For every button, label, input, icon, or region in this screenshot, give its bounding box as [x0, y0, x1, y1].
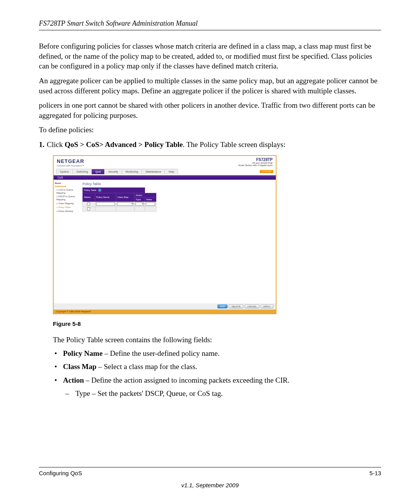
table-titlebar: Policy Table?: [83, 187, 145, 193]
col-type: Type: [135, 197, 145, 201]
sidebar-item-dscp[interactable]: » DSCP to Queue Mapping: [55, 195, 79, 202]
table-row: [83, 206, 156, 211]
table-row: [83, 201, 156, 206]
logout-button[interactable]: LOGOUT: [260, 170, 273, 173]
bullet-action: Action – Define the action assigned to i…: [53, 375, 381, 399]
fields-intro: The Policy Table screen contains the fol…: [53, 336, 381, 344]
value-input[interactable]: [146, 202, 155, 206]
col-classmap: Class Map: [116, 193, 134, 201]
footer-section: Configuring QoS: [39, 470, 82, 476]
tab-help[interactable]: Help: [164, 169, 178, 174]
step-1: 1.Click QoS > CoS> Advanced > Policy Tab…: [39, 140, 381, 150]
sidebar-item-policytable[interactable]: » Policy Table: [55, 206, 79, 210]
logo: NETGEAR: [57, 158, 84, 164]
row-checkbox[interactable]: [87, 207, 90, 210]
step-suffix: . The Policy Table screen displays:: [183, 140, 285, 149]
page-header: FS728TP Smart Switch Software Administra…: [39, 19, 381, 28]
tab-switching[interactable]: Switching: [72, 169, 92, 174]
footer-pagenum: 5-13: [369, 470, 381, 476]
page-footer: Configuring QoS 5-13 v1.1, September 200…: [39, 467, 381, 488]
add-button[interactable]: ADD: [217, 304, 228, 308]
classmap-select[interactable]: [117, 202, 133, 206]
cancel-button[interactable]: CANCEL: [245, 304, 259, 308]
paragraph-2: An aggregate policer can be applied to m…: [39, 76, 381, 96]
col-select: Select: [83, 193, 95, 201]
figure-caption: Figure 5-8: [53, 320, 381, 327]
col-action: Action: [135, 193, 156, 197]
paragraph-1: Before configuring policies for classes …: [39, 41, 381, 71]
model-info: FS728TP 24-port 10/100 PoE Smart Switch …: [238, 158, 273, 166]
tab-qos[interactable]: QoS: [91, 169, 105, 174]
footer-version: v1.1, September 2009: [39, 482, 381, 488]
bullet-classmap: Class Map – Select a class map for the c…: [53, 361, 381, 373]
sidebar-advanced[interactable]: Advanced: [55, 185, 79, 187]
subnav: CoS: [54, 175, 276, 180]
step-prefix: Click: [47, 140, 65, 149]
policy-table: Policy Table? Select Policy Name Class M…: [82, 187, 156, 212]
row-checkbox[interactable]: [87, 202, 90, 205]
step-bold: QoS > CoS> Advanced > Policy Table: [65, 140, 183, 149]
delete-button[interactable]: DELETE: [229, 304, 243, 308]
help-icon[interactable]: ?: [98, 189, 102, 192]
tab-maintenance[interactable]: Maintenance: [142, 169, 165, 174]
sidebar: Basic Advanced » CoS to Queue Mapping » …: [54, 180, 80, 303]
col-policyname: Policy Name: [95, 193, 116, 201]
content-title: Policy Table: [82, 182, 273, 186]
sidebar-item-policybinding[interactable]: » Policy Binding: [55, 210, 79, 214]
nav-tabs: System Switching QoS Security Monitoring…: [56, 169, 178, 174]
tab-security[interactable]: Security: [104, 169, 122, 174]
col-value: Value: [145, 197, 156, 201]
sidebar-basic[interactable]: Basic: [55, 182, 79, 184]
figure-screenshot: NETGEAR Connect with Innovation™ FS728TP…: [53, 155, 276, 314]
policy-name-input[interactable]: [96, 202, 115, 206]
step-num: 1.: [39, 140, 44, 149]
logo-sub: Connect with Innovation™: [57, 164, 84, 167]
type-select[interactable]: [135, 202, 144, 206]
apply-button[interactable]: APPLY: [261, 304, 273, 308]
sidebar-item-classmap[interactable]: » Class Mapping: [55, 202, 79, 206]
paragraph-3: policers in one port cannot be shared wi…: [39, 100, 381, 120]
header-rule: [39, 30, 381, 30]
figure-copyright: Copyright © 1996-2009 Netgear®: [54, 310, 276, 313]
tab-monitoring[interactable]: Monitoring: [122, 169, 142, 174]
sidebar-item-cos[interactable]: » CoS to Queue Mapping: [55, 188, 79, 195]
bullet-action-type: Type – Set the packets' DSCP, Queue, or …: [63, 388, 381, 399]
tab-system[interactable]: System: [56, 169, 73, 174]
paragraph-4: To define policies:: [39, 125, 381, 135]
figure-footer: ADD DELETE CANCEL APPLY: [54, 303, 276, 310]
bullet-list: Policy Name – Define the user-defined po…: [53, 348, 381, 399]
bullet-policyname: Policy Name – Define the user-defined po…: [53, 348, 381, 359]
